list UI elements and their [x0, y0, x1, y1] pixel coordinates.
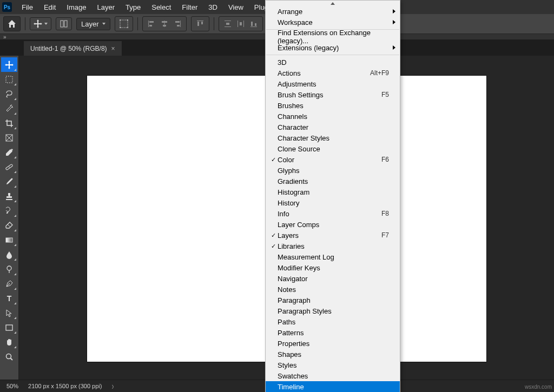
hand-tool[interactable] [1, 335, 17, 349]
dist-2-button[interactable] [235, 18, 246, 29]
menu-item-notes[interactable]: Notes [266, 284, 400, 295]
document-dimensions: 2100 px x 1500 px (300 ppi) [28, 383, 102, 389]
dist-3-button[interactable] [248, 18, 259, 29]
align-hcenter-button[interactable] [159, 18, 170, 29]
menu-edit[interactable]: Edit [38, 2, 61, 13]
eyedropper-tool[interactable] [1, 145, 17, 160]
menu-3d[interactable]: 3D [203, 2, 223, 13]
valign-buttons [191, 16, 209, 31]
menu-item-patterns[interactable]: Patterns [266, 327, 400, 338]
menu-item-shortcut: F8 [381, 210, 389, 217]
menu-item-info[interactable]: InfoF8 [266, 208, 400, 219]
menu-item-navigator[interactable]: Navigator [266, 273, 400, 284]
menu-item-properties[interactable]: Properties [266, 338, 400, 349]
menu-item-label: Timeline [278, 383, 389, 391]
home-button[interactable] [3, 16, 21, 31]
frame-tool[interactable] [1, 130, 17, 145]
menu-item-glyphs[interactable]: Glyphs [266, 165, 400, 176]
selection-tool[interactable] [1, 101, 17, 116]
menu-item-histogram[interactable]: Histogram [266, 187, 400, 197]
menu-layer[interactable]: Layer [92, 2, 121, 13]
menu-file[interactable]: File [16, 2, 38, 13]
healing-tool[interactable] [1, 160, 17, 174]
menu-item-shapes[interactable]: Shapes [266, 349, 400, 360]
menu-item-modifier-keys[interactable]: Modifier Keys [266, 262, 400, 273]
menu-item-brush-settings[interactable]: Brush SettingsF5 [266, 89, 400, 100]
type-tool[interactable]: T [1, 291, 17, 305]
layer-select-dropdown[interactable]: Layer [76, 18, 110, 30]
menu-item-layers[interactable]: ✓LayersF7 [266, 230, 400, 241]
menu-item-history[interactable]: History [266, 197, 400, 208]
menu-image[interactable]: Image [61, 2, 91, 13]
menu-item-brushes[interactable]: Brushes [266, 100, 400, 111]
menu-item-channels[interactable]: Channels [266, 111, 400, 122]
menu-item-styles[interactable]: Styles [266, 360, 400, 370]
move-tool[interactable] [1, 57, 17, 72]
caret-down-icon [44, 23, 48, 25]
menu-item-arrange[interactable]: Arrange [266, 6, 400, 17]
menu-item-libraries[interactable]: ✓Libraries [266, 241, 400, 251]
menu-view[interactable]: View [223, 2, 249, 13]
eraser-icon [5, 221, 14, 230]
menu-select[interactable]: Select [146, 2, 176, 13]
crop-icon [5, 119, 14, 128]
stamp-tool[interactable] [1, 189, 17, 203]
crop-tool[interactable] [1, 116, 17, 130]
dodge-tool[interactable] [1, 262, 17, 276]
menu-item-label: Workspace [278, 18, 389, 26]
menu-item-label: Layer Comps [278, 221, 389, 229]
close-tab-button[interactable]: × [111, 45, 115, 52]
menu-item-timeline[interactable]: Timeline [266, 381, 400, 392]
menu-item-swatches[interactable]: Swatches [266, 370, 400, 381]
eraser-tool[interactable] [1, 218, 17, 232]
menu-item-find-extensions-on-exchange-legacy[interactable]: Find Extensions on Exchange (legacy)... [266, 31, 400, 42]
blur-tool[interactable] [1, 247, 17, 262]
menu-item-3d[interactable]: 3D [266, 57, 400, 68]
menu-item-actions[interactable]: ActionsAlt+F9 [266, 68, 400, 78]
menu-item-character-styles[interactable]: Character Styles [266, 132, 400, 143]
menu-item-extensions-legacy[interactable]: Extensions (legacy) [266, 42, 400, 53]
zoom-tool[interactable] [1, 349, 17, 364]
menu-item-measurement-log[interactable]: Measurement Log [266, 251, 400, 262]
move-cross-icon [34, 19, 42, 28]
move-icon [5, 61, 14, 69]
menu-item-paragraph-styles[interactable]: Paragraph Styles [266, 305, 400, 316]
menu-item-paths[interactable]: Paths [266, 316, 400, 327]
dist-icon [236, 19, 245, 28]
svg-rect-1 [64, 21, 67, 27]
align-right-button[interactable] [172, 18, 183, 29]
align-left-button[interactable] [146, 18, 157, 29]
menu-item-workspace[interactable]: Workspace [266, 17, 400, 28]
menu-item-adjustments[interactable]: Adjustments [266, 78, 400, 89]
transform-controls-toggle[interactable] [115, 16, 133, 31]
menu-type[interactable]: Type [120, 2, 146, 13]
menu-item-character[interactable]: Character [266, 122, 400, 132]
align-buttons [142, 16, 187, 31]
lasso-tool[interactable] [1, 87, 17, 101]
menu-item-clone-source[interactable]: Clone Source [266, 143, 400, 154]
menu-item-paragraph[interactable]: Paragraph [266, 295, 400, 305]
auto-select-group[interactable] [56, 17, 72, 30]
zoom-level[interactable]: 50% [6, 383, 18, 389]
history-brush-tool[interactable] [1, 203, 17, 218]
align-top-button[interactable] [195, 18, 206, 29]
dist-1-button[interactable] [222, 18, 233, 29]
menu-item-color[interactable]: ✓ColorF6 [266, 154, 400, 165]
chevron-right-icon: » [3, 34, 6, 40]
svg-rect-19 [225, 21, 231, 21]
menu-filter[interactable]: Filter [176, 2, 203, 13]
chevron-right-icon[interactable]: › [111, 381, 114, 392]
menu-scroll-up[interactable] [266, 1, 400, 6]
menu-item-gradients[interactable]: Gradients [266, 176, 400, 187]
menu-item-layer-comps[interactable]: Layer Comps [266, 219, 400, 230]
gradient-tool[interactable] [1, 232, 17, 247]
brush-tool[interactable] [1, 174, 17, 189]
svg-line-42 [11, 358, 13, 360]
svg-point-3 [120, 19, 121, 21]
marquee-tool[interactable] [1, 72, 17, 87]
path-select-tool[interactable] [1, 305, 17, 320]
pen-tool[interactable] [1, 276, 17, 291]
shape-tool[interactable] [1, 320, 17, 335]
document-tab[interactable]: Untitled-1 @ 50% (RGB/8) × [24, 41, 122, 56]
move-tool-options[interactable] [30, 17, 51, 30]
